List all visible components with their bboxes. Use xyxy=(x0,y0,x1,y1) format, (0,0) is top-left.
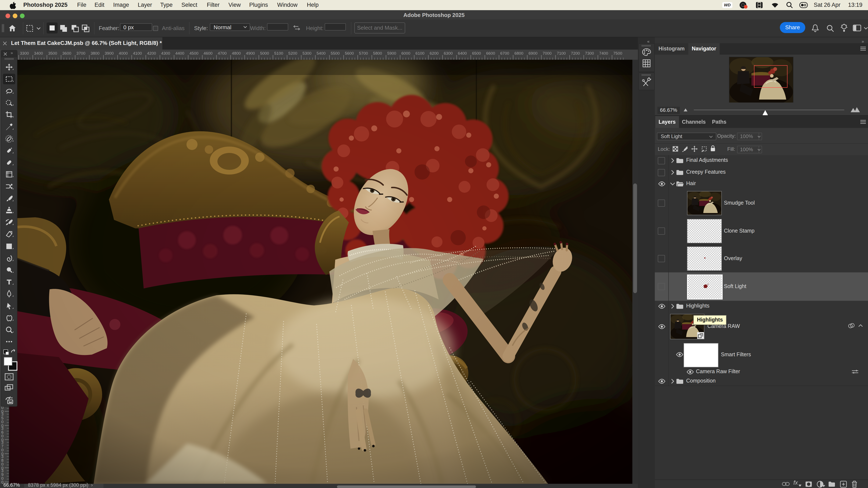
svg-text:3900: 3900 xyxy=(105,51,114,56)
svg-text:6200: 6200 xyxy=(430,51,438,56)
svg-text:7200: 7200 xyxy=(571,51,580,56)
svg-text:5100: 5100 xyxy=(274,51,283,56)
svg-text:6700: 6700 xyxy=(500,51,509,56)
svg-text:5800: 5800 xyxy=(373,51,382,56)
svg-text:5700: 5700 xyxy=(359,51,368,56)
svg-text:4300: 4300 xyxy=(161,51,170,56)
svg-text:6500: 6500 xyxy=(472,51,481,56)
svg-text:6600: 6600 xyxy=(486,51,495,56)
svg-text:4000: 4000 xyxy=(119,51,128,56)
svg-text:5200: 5200 xyxy=(288,51,297,56)
svg-text:4600: 4600 xyxy=(204,51,213,56)
svg-text:5400: 5400 xyxy=(317,51,326,56)
svg-text:4100: 4100 xyxy=(133,51,142,56)
svg-text:5600: 5600 xyxy=(345,51,354,56)
svg-text:4700: 4700 xyxy=(218,51,226,56)
svg-text:4900: 4900 xyxy=(246,51,255,56)
svg-text:4400: 4400 xyxy=(175,51,184,56)
svg-text:6300: 6300 xyxy=(444,51,453,56)
svg-text:7300: 7300 xyxy=(585,51,594,56)
svg-text:4200: 4200 xyxy=(147,51,156,56)
svg-text:7000: 7000 xyxy=(543,51,552,56)
svg-text:5300: 5300 xyxy=(302,51,311,56)
svg-text:5500: 5500 xyxy=(331,51,340,56)
svg-text:6100: 6100 xyxy=(415,51,425,56)
svg-text:4500: 4500 xyxy=(189,51,198,56)
svg-text:6800: 6800 xyxy=(514,51,523,56)
svg-text:7100: 7100 xyxy=(557,51,566,56)
svg-text:6900: 6900 xyxy=(528,51,537,56)
svg-text:7500: 7500 xyxy=(613,51,622,56)
svg-text:3400: 3400 xyxy=(34,51,43,56)
svg-text:5000: 5000 xyxy=(260,51,269,56)
svg-text:3800: 3800 xyxy=(91,51,99,56)
svg-text:5900: 5900 xyxy=(387,51,396,56)
svg-text:3500: 3500 xyxy=(48,51,57,56)
svg-text:6400: 6400 xyxy=(458,51,467,56)
svg-text:3600: 3600 xyxy=(62,51,71,56)
svg-text:3300: 3300 xyxy=(20,51,29,56)
svg-text:4800: 4800 xyxy=(232,51,241,56)
svg-text:6000: 6000 xyxy=(401,51,410,56)
svg-text:3700: 3700 xyxy=(76,51,85,56)
svg-text:7400: 7400 xyxy=(599,51,608,56)
